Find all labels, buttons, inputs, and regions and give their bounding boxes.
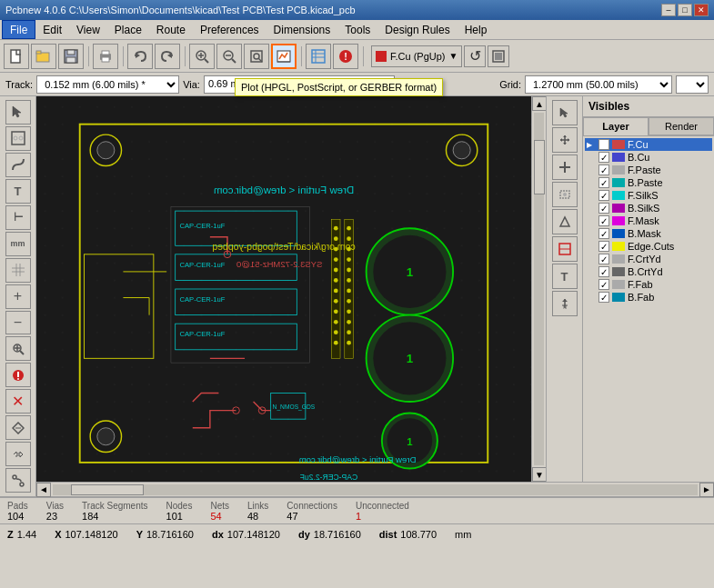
menu-view[interactable]: View (69, 20, 107, 39)
scroll-down-button[interactable]: ▼ (532, 467, 547, 482)
layer-checkbox[interactable]: ✓ (598, 292, 609, 303)
cursor-button[interactable] (5, 100, 31, 125)
left-toolbar: T ⊢ mm + − ✕ (0, 96, 36, 496)
zoom-in-lt-button[interactable]: + (5, 284, 31, 309)
footprint-browser-button[interactable] (5, 126, 31, 151)
add-filled-zone-button[interactable] (552, 209, 578, 234)
route-tracks-button[interactable] (552, 154, 578, 180)
add-text-button[interactable]: T (5, 179, 31, 204)
pcb-canvas[interactable]: 1 1 1 (36, 96, 531, 482)
inspect-button[interactable] (5, 336, 31, 361)
layer-checkbox[interactable]: ✓ (598, 203, 609, 214)
scroll-left-button[interactable]: ◄ (36, 483, 51, 497)
vertical-scroll-thumb[interactable] (534, 140, 545, 194)
menu-design-rules[interactable]: Design Rules (377, 20, 457, 39)
menu-dimensions[interactable]: Dimensions (266, 20, 338, 39)
svg-rect-2 (36, 51, 41, 54)
ruler-button[interactable]: ⊢ (5, 205, 31, 230)
menu-preferences[interactable]: Preferences (193, 20, 266, 39)
horizontal-scroll-track[interactable] (53, 484, 698, 495)
route-track-button[interactable] (5, 153, 31, 177)
track-width-dropdown[interactable]: 0.152 mm (6.00 mils) * (36, 75, 179, 94)
scroll-right-button[interactable]: ► (699, 483, 714, 497)
layer-row-b-mask[interactable]: ✓B.Mask (585, 227, 712, 240)
layer-checkbox[interactable]: ✓ (598, 164, 609, 175)
layer-checkbox[interactable]: ✓ (598, 241, 609, 252)
scripting-console-button[interactable] (5, 415, 31, 440)
layer-row-b-paste[interactable]: ✓B.Paste (585, 176, 712, 189)
interactive-router-button[interactable] (5, 468, 31, 493)
layer-checkbox[interactable]: ✓ (598, 177, 609, 188)
run-drc-button[interactable]: ! (333, 44, 358, 69)
zoom-fit-button[interactable] (244, 44, 269, 69)
close-button[interactable]: ✕ (694, 4, 709, 16)
save-button[interactable] (58, 44, 84, 69)
units-value: mm (455, 529, 471, 540)
push-route-button[interactable] (5, 442, 31, 466)
layer-row-b-fab[interactable]: ✓B.Fab (585, 291, 712, 304)
menu-edit[interactable]: Edit (35, 20, 69, 39)
print-button[interactable] (93, 44, 118, 69)
delete-button[interactable]: ✕ (5, 389, 31, 414)
layer-checkbox[interactable]: ✓ (598, 152, 609, 163)
layer-checkbox[interactable]: ✓ (598, 279, 609, 290)
horizontal-scrollbar[interactable]: ◄ ► (36, 482, 714, 496)
redo-button[interactable] (155, 44, 180, 69)
zoom-dropdown[interactable]: Zo (676, 75, 709, 94)
minimize-button[interactable]: – (661, 4, 676, 16)
layer-row-f-fab[interactable]: ✓F.Fab (585, 278, 712, 291)
grid-settings-button[interactable] (5, 258, 31, 283)
grid-dropdown[interactable]: 1.2700 mm (50.00 mils) (525, 75, 672, 94)
svg-point-79 (334, 309, 338, 314)
units-button[interactable]: mm (5, 232, 31, 256)
layer-checkbox[interactable]: ✓ (598, 228, 609, 239)
layer-checkbox[interactable]: ✓ (598, 139, 609, 150)
vertical-scroll-track[interactable] (534, 113, 544, 465)
layer-checkbox[interactable]: ✓ (598, 254, 609, 264)
plot-button[interactable] (271, 44, 297, 69)
zoom-out-button[interactable] (216, 44, 242, 69)
north-arrow-button[interactable]: N (552, 291, 578, 316)
menu-place[interactable]: Place (107, 20, 149, 39)
new-button[interactable] (4, 44, 29, 69)
layer-row-f-mask[interactable]: ✓F.Mask (585, 214, 712, 227)
maximize-button[interactable]: □ (678, 4, 692, 16)
drag-tool-button[interactable] (552, 127, 578, 153)
zoom-in-button[interactable] (189, 44, 215, 69)
add-text-rt-button[interactable]: T (552, 264, 578, 289)
svg-marker-117 (560, 108, 568, 117)
layer-row-f-crtyd[interactable]: ✓F.CrtYd (585, 253, 712, 265)
menu-help[interactable]: Help (458, 20, 495, 39)
microwave-button[interactable] (552, 236, 578, 262)
layer-row-b-cu[interactable]: ✓B.Cu (585, 151, 712, 164)
layer-row-f-silks[interactable]: ✓F.SilkS (585, 189, 712, 202)
pad-settings-button[interactable] (488, 45, 509, 67)
zoom-out-lt-button[interactable]: − (5, 311, 31, 335)
layer-checkbox[interactable]: ✓ (598, 190, 609, 201)
layer-checkbox[interactable]: ✓ (598, 266, 609, 277)
tab-render[interactable]: Render (649, 117, 714, 135)
net-inspector-button[interactable] (306, 44, 331, 69)
svg-point-77 (334, 289, 338, 294)
menu-tools[interactable]: Tools (337, 20, 377, 39)
open-button[interactable] (31, 44, 56, 69)
layer-row-b-crtyd[interactable]: ✓B.CrtYd (585, 265, 712, 278)
layer-row-b-silks[interactable]: ✓B.SilkS (585, 202, 712, 214)
select-tool-button[interactable] (552, 100, 578, 125)
layer-checkbox[interactable]: ✓ (598, 215, 609, 226)
scroll-up-button[interactable]: ▲ (532, 96, 547, 111)
layer-row-f-paste[interactable]: ✓F.Paste (585, 164, 712, 176)
menu-file[interactable]: File (2, 20, 35, 39)
menu-route[interactable]: Route (149, 20, 193, 39)
active-layer-dropdown[interactable]: F.Cu (PgUp) ▼ (371, 45, 462, 67)
layer-row-f-cu[interactable]: ▶✓F.Cu (585, 138, 712, 151)
refresh-ratsnest-button[interactable]: ↺ (464, 45, 486, 67)
horizontal-scroll-thumb[interactable] (71, 484, 144, 495)
undo-button[interactable] (127, 44, 153, 69)
vertical-scrollbar[interactable]: ▲ ▼ (531, 96, 546, 482)
tab-layer[interactable]: Layer (583, 117, 649, 135)
layer-row-edge-cuts[interactable]: ✓Edge.Cuts (585, 240, 712, 253)
layer-selector[interactable]: F.Cu (PgUp) ▼ ↺ (371, 45, 509, 67)
design-rules-checker-button[interactable] (5, 363, 31, 387)
highlight-net-button[interactable] (552, 182, 578, 207)
